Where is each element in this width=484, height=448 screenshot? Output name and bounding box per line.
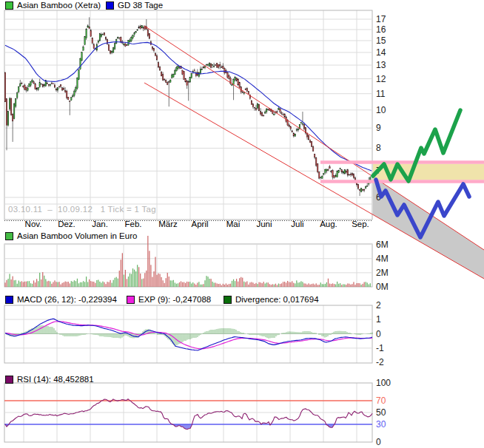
macd-axis-label: 2: [376, 300, 381, 310]
macd-series-swatch-icon: [5, 296, 13, 304]
stock-chart-page: Asian Bamboo (Xetra) GD 38 Tage 03.10.11…: [0, 0, 484, 448]
rsi-series-swatch-icon: [5, 376, 13, 384]
price-axis-label: 9: [376, 123, 381, 133]
legend-divergence-series: Divergence: 0,017694: [223, 295, 319, 304]
exp-series-label: EXP (9): -0,247088: [138, 295, 211, 304]
price-axis-label: 8: [376, 143, 381, 153]
price-series-label: Asian Bamboo (Xetra): [17, 1, 101, 10]
rsi-axis-label: 30: [376, 419, 386, 430]
rsi-axis-label: 100: [376, 378, 391, 388]
volume-series-swatch-icon: [5, 232, 13, 240]
legend-macd-series: MACD (26, 12): -0,229394: [5, 295, 117, 304]
divergence-series-swatch-icon: [223, 296, 232, 304]
macd-axis-label: -2: [376, 357, 384, 367]
volume-series-label: Asian Bamboo Volumen in Euro: [17, 231, 137, 240]
rsi-panel-series: [4, 399, 372, 430]
macd-series-label: MACD (26, 12): -0,229394: [17, 295, 117, 304]
legend-volume-series: Asian Bamboo Volumen in Euro: [5, 231, 137, 240]
trend-channel: [144, 26, 484, 279]
candlestick-series: [4, 17, 371, 196]
rsi-series-label: RSI (14): 48,452881: [17, 375, 94, 384]
rsi-axis-label: 50: [376, 407, 386, 418]
legend-rsi-series: RSI (14): 48,452881: [5, 375, 94, 384]
volume-axis-label: 4M: [376, 254, 389, 264]
price-axis-label: 16: [376, 24, 386, 35]
price-axis-label: 11: [376, 89, 386, 99]
macd-axis-label: 0: [376, 329, 381, 339]
legend-ma-series: GD 38 Tage: [106, 1, 163, 10]
macd-panel-series: [5, 319, 372, 350]
ma-line: [5, 42, 372, 171]
volume-axis-label: 6M: [376, 240, 389, 250]
volume-axis-label: 2M: [376, 268, 389, 278]
rsi-axis-label: 0: [376, 437, 381, 447]
price-axis-label: 10: [376, 105, 386, 115]
volume-bars: [4, 236, 370, 287]
price-axis-label: 17: [376, 14, 386, 24]
ma-series-swatch-icon: [106, 1, 114, 10]
volume-axis-label: 0M: [376, 282, 389, 292]
price-axis-label: 14: [376, 47, 386, 58]
exp-line: [5, 322, 372, 349]
macd-axis-label: 1: [376, 314, 381, 325]
divergence-series-label: Divergence: 0,017694: [235, 295, 319, 304]
legend-price-series: Asian Bamboo (Xetra): [5, 1, 101, 10]
legend-exp-series: EXP (9): -0,247088: [127, 295, 211, 304]
date-range-note: 03.10.11 – 10.09.12 1 Tick = 1 Tag: [8, 205, 156, 214]
price-series-swatch-icon: [5, 1, 13, 10]
ma-series-label: GD 38 Tage: [118, 1, 163, 10]
macd-axis-label: -1: [376, 343, 384, 353]
month-axis-label: März: [158, 220, 178, 228]
price-axis-label: 13: [376, 60, 386, 70]
price-axis-label: 12: [376, 74, 386, 84]
rsi-axis-label: 70: [376, 396, 386, 406]
price-axis-label: 15: [376, 35, 386, 46]
exp-series-swatch-icon: [127, 296, 135, 304]
